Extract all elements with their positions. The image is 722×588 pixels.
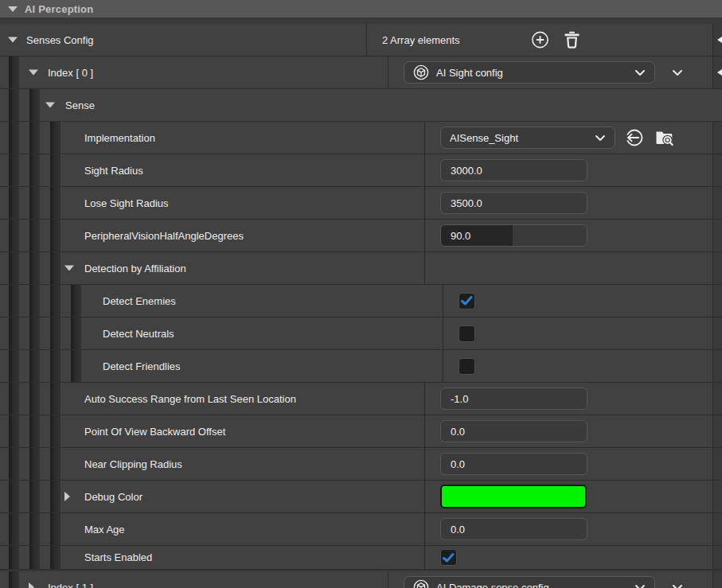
indent-guide [9,56,19,88]
category-title: AI Perception [25,3,93,15]
expander-arrow-icon[interactable] [8,37,18,43]
asset-cube-icon [413,579,429,588]
add-array-element-button[interactable] [531,31,549,49]
indent-guide [50,187,60,219]
chevron-down-icon [595,134,606,142]
indent-guide [9,571,19,588]
property-label: Starts Enabled [84,551,152,563]
indent-guide [50,154,60,186]
property-row-index-1: Index [ 1 ] AI Damage sense config [0,571,722,588]
element-options-dropdown[interactable] [672,584,683,588]
indent-guide [29,546,40,569]
property-label: Auto Success Range from Last Seen Locati… [84,393,296,405]
detect-enemies-checkbox[interactable] [459,293,475,310]
reset-arrow-icon[interactable] [717,35,722,45]
property-row-lose-sight-radius: Lose Sight Radius 3500.0 [0,187,722,220]
checkmark-icon [461,296,473,306]
property-label: Detect Enemies [103,295,176,307]
indent-guide [50,252,60,284]
checkmark-icon [443,553,455,563]
sight-radius-input[interactable]: 3000.0 [440,159,587,181]
browse-to-asset-button[interactable] [654,128,674,147]
property-label: Senses Config [26,34,94,46]
property-row-peripheral-vision-half-angle: PeripheralVisionHalfAngleDegrees 90.0 [0,220,722,252]
row-gutter [712,187,722,219]
detect-friendlies-checkbox[interactable] [459,358,475,375]
row-gutter [712,350,722,382]
indent-guide [50,481,60,512]
row-gutter [712,415,722,447]
implementation-class-dropdown[interactable]: AISense_Sight [440,127,615,149]
property-label: Index [ 1 ] [48,582,93,588]
starts-enabled-checkbox[interactable] [440,549,457,566]
expander-arrow-icon[interactable] [64,266,74,271]
delete-array-elements-button[interactable] [564,31,580,49]
row-gutter [712,24,722,56]
expander-arrow-icon[interactable] [29,582,34,588]
indent-guide [71,350,81,382]
indent-guide [9,383,19,415]
reset-arrow-icon[interactable] [717,68,722,77]
row-gutter [712,481,722,512]
expander-arrow-icon[interactable] [45,103,55,108]
indent-guide [9,252,19,284]
chevron-down-icon [634,584,646,588]
max-age-input[interactable]: 0.0 [440,518,587,540]
property-row-pov-backward-offset: Point Of View Backward Offset 0.0 [0,415,722,448]
property-row-sight-radius: Sight Radius 3000.0 [0,154,722,187]
property-label: Point Of View Backward Offset [84,426,225,438]
indent-guide [50,448,60,480]
debug-color-swatch[interactable] [440,485,587,508]
row-gutter [712,285,722,317]
use-selected-asset-button[interactable] [625,128,644,147]
row-gutter [712,383,722,415]
indent-guide [29,481,40,512]
asset-cube-icon [413,64,429,80]
indent-guide [50,285,60,317]
selected-class-label: AI Damage sense config [436,582,549,588]
indent-guide [9,448,19,480]
indent-guide [9,187,19,219]
array-elements-count: 2 Array elements [382,34,460,46]
property-row-auto-success-range: Auto Success Range from Last Seen Locati… [0,383,722,415]
indent-guide [50,220,60,251]
property-label: Max Age [84,524,125,535]
expander-arrow-icon[interactable] [64,492,70,501]
sense-config-class-dropdown[interactable]: AI Sight config [404,61,655,84]
detect-neutrals-checkbox[interactable] [459,325,475,342]
indent-guide [9,89,19,121]
numeric-value: 90.0 [451,230,470,242]
expander-arrow-icon[interactable] [8,6,18,12]
property-row-max-age: Max Age 0.0 [0,513,722,546]
indent-guide [29,285,40,317]
element-options-dropdown[interactable] [672,69,683,76]
selected-class-label: AI Sight config [436,67,503,79]
indent-guide [29,383,40,415]
indent-guide [29,415,40,447]
indent-guide [50,513,60,545]
near-clipping-radius-input[interactable]: 0.0 [440,453,587,475]
indent-guide [9,154,19,186]
property-label: Implementation [84,132,155,144]
property-label: Sense [65,99,95,111]
numeric-value: 0.0 [451,426,465,438]
property-label: Detection by Affiliation [84,263,186,275]
property-label: Lose Sight Radius [84,197,169,209]
indent-guide [50,122,60,154]
auto-success-range-input[interactable]: -1.0 [440,387,587,410]
peripheral-vision-angle-slider[interactable]: 90.0 [440,224,587,247]
property-row-starts-enabled: Starts Enabled [0,546,722,570]
sense-config-class-dropdown[interactable]: AI Damage sense config [404,576,655,588]
indent-guide [71,285,81,317]
property-label: PeripheralVisionHalfAngleDegrees [84,230,244,242]
pov-backward-offset-input[interactable]: 0.0 [440,420,587,442]
expander-arrow-icon[interactable] [29,70,38,76]
property-row-index-0: Index [ 0 ] AI Sight config [0,56,722,89]
lose-sight-radius-input[interactable]: 3500.0 [440,192,587,214]
indent-guide [9,546,19,569]
category-header-ai-perception: AI Perception [0,0,722,18]
indent-guide [29,350,40,382]
property-label: Index [ 0 ] [48,67,93,79]
indent-guide [29,317,40,349]
numeric-value: 0.0 [451,458,465,470]
